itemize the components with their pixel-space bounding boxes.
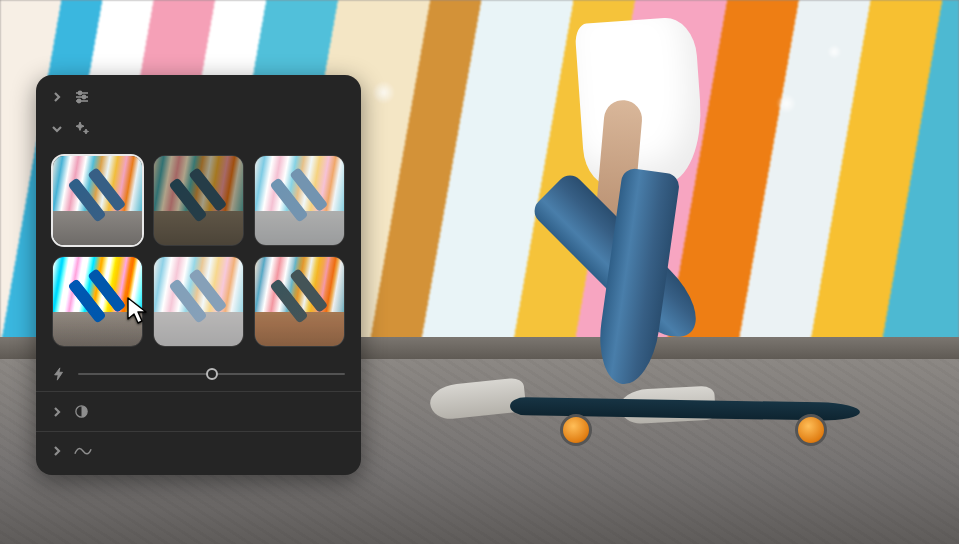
section-presets[interactable] [36, 113, 361, 145]
wave-icon [74, 444, 92, 458]
svg-point-1 [78, 91, 81, 94]
presets-body [36, 145, 361, 353]
preset-thumb-warm[interactable] [254, 256, 345, 347]
chevron-right-icon [50, 90, 64, 104]
slider-thumb[interactable] [206, 368, 218, 380]
sliders-icon [74, 89, 90, 105]
divider [36, 391, 361, 392]
preset-thumb-bright[interactable] [254, 155, 345, 246]
section-adjustments[interactable] [36, 81, 361, 113]
chevron-right-icon [50, 405, 64, 419]
svg-point-5 [77, 99, 80, 102]
preset-thumb-sepia[interactable] [153, 155, 244, 246]
intensity-slider[interactable] [78, 373, 345, 375]
chevron-down-icon [50, 122, 64, 136]
preset-grid [52, 155, 345, 347]
chevron-right-icon [50, 444, 64, 458]
half-circle-icon [74, 404, 89, 419]
effects-panel [36, 75, 361, 475]
preset-thumb-bright2[interactable] [153, 256, 244, 347]
divider [36, 431, 361, 432]
sparkle-icon [74, 121, 90, 137]
section-curves[interactable] [36, 436, 361, 466]
intensity-row [36, 353, 361, 387]
preset-thumb-ultra[interactable] [52, 256, 143, 347]
intensity-icon [52, 367, 66, 381]
svg-point-3 [82, 95, 85, 98]
section-contrast[interactable] [36, 396, 361, 427]
preset-thumb-none[interactable] [52, 155, 143, 246]
